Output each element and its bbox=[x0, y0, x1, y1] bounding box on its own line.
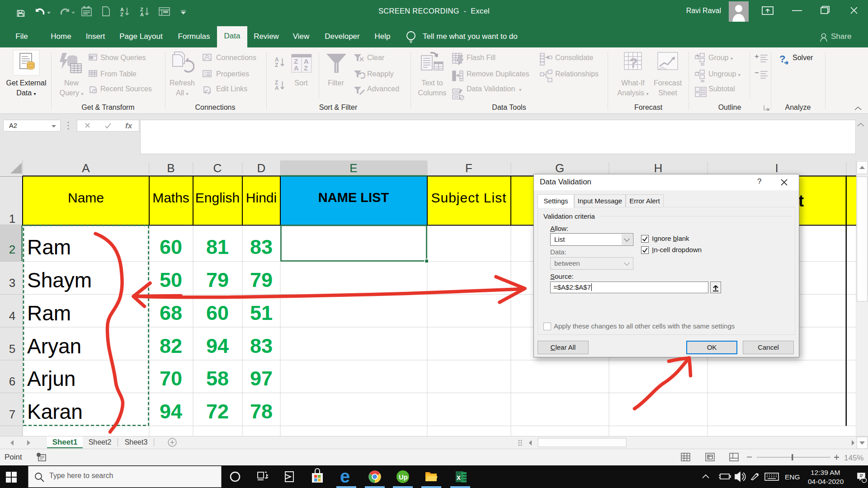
svg-text:3: 3 bbox=[9, 276, 15, 290]
svg-text:50: 50 bbox=[160, 268, 182, 291]
svg-text:78: 78 bbox=[250, 400, 273, 423]
svg-text:72: 72 bbox=[206, 400, 229, 423]
svg-text:Karan: Karan bbox=[27, 400, 83, 423]
svg-text:81: 81 bbox=[206, 235, 229, 258]
svg-text:Name: Name bbox=[68, 190, 104, 205]
svg-text:Up: Up bbox=[399, 473, 408, 481]
svg-text:C: C bbox=[213, 161, 222, 175]
svg-text:Ram: Ram bbox=[27, 235, 71, 259]
svg-text:?: ? bbox=[629, 55, 637, 70]
svg-text:Aryan: Aryan bbox=[27, 334, 81, 358]
svg-text:H: H bbox=[654, 161, 663, 175]
svg-text:ENG: ENG bbox=[785, 473, 800, 481]
svg-text:94: 94 bbox=[160, 400, 182, 423]
svg-text:68: 68 bbox=[160, 301, 182, 324]
svg-text:5: 5 bbox=[9, 342, 15, 356]
svg-text:Shaym: Shaym bbox=[27, 268, 92, 292]
svg-text:I: I bbox=[775, 161, 778, 175]
svg-text:2: 2 bbox=[9, 243, 15, 256]
svg-text:1: 1 bbox=[9, 212, 15, 225]
svg-text:97: 97 bbox=[250, 367, 273, 390]
svg-text:A: A bbox=[140, 12, 144, 17]
svg-text:79: 79 bbox=[250, 268, 273, 291]
svg-text:Z: Z bbox=[275, 62, 278, 68]
svg-text:83: 83 bbox=[250, 235, 273, 258]
svg-text:Ram: Ram bbox=[27, 301, 71, 325]
svg-text:79: 79 bbox=[206, 268, 229, 291]
svg-text:94: 94 bbox=[206, 334, 229, 357]
svg-text:82: 82 bbox=[160, 334, 182, 357]
svg-text:English: English bbox=[195, 190, 240, 205]
svg-text:Arjun: Arjun bbox=[27, 367, 75, 390]
svg-text:Subject List: Subject List bbox=[431, 190, 506, 205]
svg-text:NAME LIST: NAME LIST bbox=[318, 190, 389, 205]
svg-text:12:39 AM: 12:39 AM bbox=[811, 469, 840, 476]
svg-text:58: 58 bbox=[206, 367, 229, 390]
svg-text:fx: fx bbox=[125, 122, 133, 130]
svg-text:7: 7 bbox=[9, 408, 15, 421]
svg-text:x: x bbox=[457, 474, 461, 481]
svg-text:145%: 145% bbox=[844, 454, 863, 462]
svg-text:A: A bbox=[82, 161, 90, 175]
svg-text:Z: Z bbox=[304, 64, 308, 72]
svg-text:Z: Z bbox=[120, 12, 123, 17]
svg-text:G: G bbox=[555, 161, 564, 175]
svg-text:e: e bbox=[340, 466, 350, 486]
svg-text:04-04-2020: 04-04-2020 bbox=[808, 478, 844, 485]
svg-text:4: 4 bbox=[9, 309, 15, 323]
svg-text:60: 60 bbox=[160, 235, 182, 258]
svg-text:E: E bbox=[349, 161, 357, 175]
svg-text:F: F bbox=[465, 161, 472, 175]
svg-text:6: 6 bbox=[9, 375, 15, 388]
svg-text:60: 60 bbox=[206, 301, 229, 324]
svg-text:83: 83 bbox=[250, 334, 273, 357]
svg-text:70: 70 bbox=[160, 367, 182, 390]
svg-text:D: D bbox=[257, 161, 266, 175]
svg-text:Hindi: Hindi bbox=[246, 190, 277, 205]
svg-text:Maths: Maths bbox=[152, 190, 189, 205]
svg-text:B: B bbox=[167, 161, 175, 175]
svg-text:A: A bbox=[294, 64, 299, 72]
svg-text:A: A bbox=[275, 85, 279, 91]
svg-text:51: 51 bbox=[250, 301, 273, 324]
